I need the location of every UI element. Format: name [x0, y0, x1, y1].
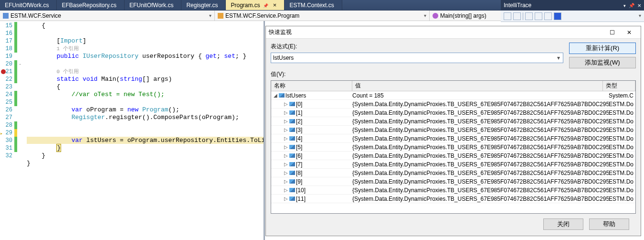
quickwatch-title: 快速监视	[269, 28, 292, 36]
file-tab[interactable]: ESTM.Context.cs	[285, 0, 342, 10]
expander-icon[interactable]: ▷	[284, 170, 288, 175]
expression-input[interactable]: lstUsers	[271, 53, 563, 63]
method-dropdown[interactable]: Main(string[] args)	[430, 11, 644, 21]
pin-icon[interactable]	[629, 2, 634, 9]
var-type: ESTM.Do	[609, 118, 635, 125]
change-marker	[14, 68, 17, 76]
class-dropdown[interactable]: ESTM.WCF.Service.Program	[215, 11, 430, 21]
var-value: {System.Data.Entity.DynamicProxies.TB_US…	[352, 196, 609, 202]
file-tab[interactable]: EFUnitOfWork.cs	[0, 0, 57, 10]
add-watch-button[interactable]: 添加监视(W)	[569, 57, 636, 68]
expander-icon[interactable]: ▷	[284, 187, 288, 193]
object-icon	[289, 179, 295, 184]
line-number: 22	[0, 76, 14, 83]
code-breadcrumb: ESTM.WCF.Service ESTM.WCF.Service.Progra…	[0, 11, 644, 21]
watch-row[interactable]: ▷[3]{System.Data.Entity.DynamicProxies.T…	[271, 126, 635, 134]
intellitrace-dropdown-icon[interactable]	[623, 2, 626, 9]
object-icon	[289, 128, 295, 132]
close-dialog-button[interactable]: 关闭	[543, 218, 583, 230]
object-icon	[289, 110, 295, 115]
change-marker	[14, 83, 17, 91]
expander-icon[interactable]: ▷	[284, 127, 288, 132]
var-value: {System.Data.Entity.DynamicProxies.TB_US…	[352, 170, 609, 176]
expander-icon[interactable]: ▷	[284, 119, 288, 124]
expander-icon[interactable]: ▷	[284, 196, 288, 201]
col-name-header[interactable]: 名称	[271, 81, 352, 91]
var-name: [0]	[296, 101, 302, 108]
var-type: ESTM.Do	[609, 135, 635, 142]
var-type: ESTM.Do	[609, 161, 635, 168]
expander-icon[interactable]: ▷	[284, 101, 288, 107]
var-value: {System.Data.Entity.DynamicProxies.TB_US…	[352, 178, 609, 185]
watch-row[interactable]: ▷[6]{System.Data.Entity.DynamicProxies.T…	[271, 152, 635, 160]
pin-icon	[262, 2, 268, 9]
watch-row[interactable]: ▷[2]{System.Data.Entity.DynamicProxies.T…	[271, 117, 635, 126]
expander-icon[interactable]: ▷	[284, 136, 288, 141]
var-type: ESTM.Do	[609, 187, 635, 194]
maximize-button[interactable]: ☐	[603, 27, 621, 38]
expander-icon[interactable]: ▷	[284, 162, 288, 167]
object-icon	[289, 136, 295, 141]
change-marker	[14, 121, 17, 129]
expander-icon[interactable]: ◢	[273, 93, 278, 98]
object-icon	[289, 102, 295, 106]
code-editor[interactable]: 151617181920-212223242526272829303132 { …	[0, 21, 265, 240]
change-marker	[14, 45, 17, 53]
expander-icon[interactable]: ▷	[284, 153, 288, 158]
watch-row[interactable]: ▷[5]{System.Data.Entity.DynamicProxies.T…	[271, 143, 635, 152]
outline-toggle[interactable]: -	[17, 61, 23, 67]
var-value: {System.Data.Entity.DynamicProxies.TB_US…	[352, 161, 609, 168]
var-name: [5]	[296, 144, 302, 151]
expander-icon[interactable]: ▷	[284, 144, 288, 150]
method-icon	[433, 13, 438, 19]
expander-icon[interactable]: ▷	[284, 110, 288, 115]
breakpoint-icon[interactable]	[1, 69, 6, 74]
object-icon	[289, 145, 295, 149]
col-value-header[interactable]: 值	[352, 81, 603, 91]
namespace-dropdown[interactable]: ESTM.WCF.Service	[0, 11, 215, 21]
watch-row[interactable]: ▷[7]{System.Data.Entity.DynamicProxies.T…	[271, 160, 635, 169]
var-type: ESTM.Do	[609, 144, 635, 151]
col-type-header[interactable]: 类型	[603, 81, 635, 91]
object-icon	[289, 171, 295, 175]
var-value: {System.Data.Entity.DynamicProxies.TB_US…	[352, 118, 609, 125]
file-tab[interactable]: EFUnitOfWork.cs	[125, 0, 181, 10]
value-label: 值(V):	[271, 70, 636, 78]
file-tab[interactable]: Regisgter.cs	[181, 0, 226, 10]
watch-row[interactable]: ▷[4]{System.Data.Entity.DynamicProxies.T…	[271, 134, 635, 143]
var-value: {System.Data.Entity.DynamicProxies.TB_US…	[352, 109, 609, 116]
var-type: ESTM.Do	[609, 178, 635, 185]
close-icon[interactable]	[270, 1, 277, 9]
var-name: [11]	[296, 196, 306, 202]
object-icon	[289, 196, 295, 201]
watch-row[interactable]: ◢lstUsersCount = 185System.C	[271, 91, 635, 100]
help-button[interactable]: 帮助	[589, 218, 629, 230]
reevaluate-button[interactable]: 重新计算(R)	[569, 43, 636, 54]
watch-row[interactable]: ▷[1]{System.Data.Entity.DynamicProxies.T…	[271, 109, 635, 117]
line-number: 17	[0, 38, 14, 44]
change-marker	[14, 98, 17, 106]
var-type: System.C	[609, 92, 635, 99]
change-marker	[14, 91, 17, 98]
line-number: 25	[0, 99, 14, 106]
line-number: 26	[0, 107, 14, 113]
var-name: [9]	[296, 178, 302, 185]
watch-row[interactable]: ▷[11]{System.Data.Entity.DynamicProxies.…	[271, 195, 635, 203]
watch-row[interactable]: ▷[10]{System.Data.Entity.DynamicProxies.…	[271, 186, 635, 195]
file-tab[interactable]: Program.cs	[226, 0, 285, 10]
close-button[interactable]: ✕	[621, 27, 638, 38]
namespace-icon	[3, 13, 9, 19]
expression-label: 表达式(E):	[271, 43, 563, 51]
file-tab[interactable]: EFBaseRepository.cs	[57, 0, 125, 10]
line-number: 24	[0, 91, 14, 98]
change-marker	[14, 152, 17, 160]
var-name: [10]	[296, 187, 306, 194]
expander-icon[interactable]: ▷	[284, 179, 288, 184]
var-name: [1]	[296, 109, 302, 116]
object-icon	[289, 119, 295, 123]
close-icon[interactable]	[637, 2, 641, 9]
watch-row[interactable]: ▷[9]{System.Data.Entity.DynamicProxies.T…	[271, 177, 635, 186]
line-number: 28	[0, 122, 14, 129]
watch-row[interactable]: ▷[8]{System.Data.Entity.DynamicProxies.T…	[271, 169, 635, 177]
watch-row[interactable]: ▷[0]{System.Data.Entity.DynamicProxies.T…	[271, 100, 635, 109]
